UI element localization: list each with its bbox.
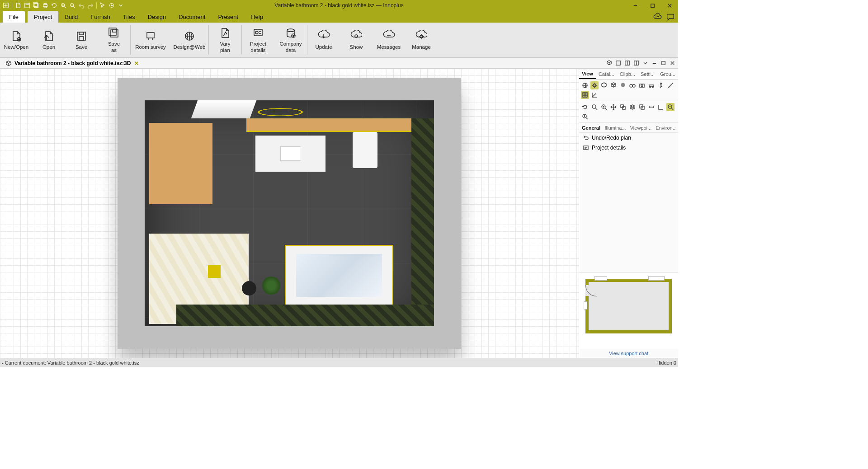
vp-close-icon[interactable] — [668, 59, 676, 67]
rib-label: Open — [42, 44, 55, 50]
act-copy-icon[interactable] — [638, 103, 646, 111]
mode-ruler-icon[interactable] — [666, 81, 675, 89]
subtab-general[interactable]: General — [579, 123, 602, 132]
chat-icon[interactable] — [665, 12, 675, 21]
menu-document[interactable]: Document — [172, 11, 212, 23]
panel-tab-view[interactable]: View — [579, 69, 596, 79]
qa-zoomin-icon[interactable] — [59, 1, 67, 9]
rib-save[interactable]: Save — [65, 23, 98, 57]
vp-box-icon[interactable] — [614, 59, 622, 67]
rib-room-survey[interactable]: Room survey — [131, 23, 170, 57]
mode-binoculars-icon[interactable] — [628, 81, 637, 89]
mirror-ring — [257, 108, 303, 116]
mode-wire-icon[interactable] — [609, 81, 618, 89]
mode-car-icon[interactable] — [647, 81, 656, 89]
separator — [12, 2, 12, 9]
support-chat-link[interactable]: View support chat — [579, 349, 678, 358]
close-button[interactable] — [661, 0, 678, 11]
svg-rect-7 — [44, 7, 46, 8]
minimize-button[interactable] — [627, 0, 644, 11]
mode-walk-icon[interactable] — [657, 81, 665, 89]
qa-undo-icon[interactable] — [77, 1, 85, 9]
wood-cabinet — [149, 123, 212, 204]
qa-redo-icon[interactable] — [86, 1, 94, 9]
rib-update[interactable]: Update — [307, 23, 340, 57]
panel-tab-catalog[interactable]: Catal... — [596, 69, 617, 79]
act-dimension-icon[interactable] — [647, 103, 656, 111]
svg-point-42 — [592, 105, 596, 108]
qa-target-icon[interactable] — [108, 1, 116, 9]
mode-angle-icon[interactable] — [590, 91, 599, 99]
minimap-door — [585, 285, 596, 296]
menu-present[interactable]: Present — [212, 11, 245, 23]
menu-furnish[interactable]: Furnish — [84, 11, 116, 23]
mode-shade-icon[interactable] — [619, 81, 627, 89]
details-icon — [583, 145, 589, 151]
minimap[interactable] — [579, 272, 678, 349]
act-refresh-icon[interactable] — [581, 103, 589, 111]
menu-build[interactable]: Build — [58, 11, 84, 23]
panel-tab-clipboard[interactable]: Clipb... — [617, 69, 638, 79]
qa-saveall-icon[interactable] — [32, 1, 40, 9]
subtab-illumination[interactable]: Illumina... — [602, 123, 627, 132]
cube-icon — [5, 60, 12, 66]
mode-cube-icon[interactable] — [600, 81, 608, 89]
act-zoomfit-icon[interactable] — [600, 103, 608, 111]
act-layers-icon[interactable] — [628, 103, 637, 111]
rib-show[interactable]: Show — [340, 23, 373, 57]
act-zoom-icon[interactable] — [590, 103, 599, 111]
vp-cube-icon[interactable] — [605, 59, 613, 67]
rib-vary-plan[interactable]: Vary plan — [209, 23, 241, 57]
status-bar: - Current document: Variable bathroom 2 … — [0, 358, 678, 367]
menu-help[interactable]: Help — [245, 11, 269, 23]
act-move-icon[interactable] — [609, 103, 618, 111]
vp-grid-icon[interactable] — [632, 59, 640, 67]
mode-grid-icon[interactable] — [581, 91, 589, 99]
mode-camera-icon[interactable] — [638, 81, 646, 89]
qa-dropdown-icon[interactable] — [117, 1, 125, 9]
qa-zoomout-icon[interactable] — [68, 1, 76, 9]
qa-save-icon[interactable] — [23, 1, 31, 9]
menu-tiles[interactable]: Tiles — [117, 11, 142, 23]
menu-project[interactable]: Project — [28, 11, 58, 23]
vp-split-icon[interactable] — [623, 59, 631, 67]
panel-tab-groups[interactable]: Grou... — [657, 69, 678, 79]
rib-design-web[interactable]: Design@Web — [170, 23, 208, 57]
close-tab-icon[interactable]: × — [134, 59, 138, 67]
mode-sun-icon[interactable] — [590, 81, 599, 89]
item-project-details[interactable]: Project details — [579, 143, 678, 153]
subtab-viewpoint[interactable]: Viewpoi... — [627, 123, 653, 132]
document-tab[interactable]: Variable bathroom 2 - black gold white.i… — [2, 58, 142, 68]
viewport-3d[interactable] — [0, 69, 579, 358]
svg-point-41 — [660, 83, 662, 84]
vp-maximize-icon[interactable] — [659, 59, 667, 67]
rib-messages[interactable]: Messages — [373, 23, 405, 57]
vp-minimize-icon[interactable] — [650, 59, 658, 67]
subtab-environment[interactable]: Environ... — [653, 123, 678, 132]
act-measure-icon[interactable] — [657, 103, 665, 111]
act-select-icon[interactable] — [619, 103, 627, 111]
cloud-sync-icon[interactable] — [653, 12, 663, 21]
qa-panel-icon[interactable] — [2, 1, 10, 9]
rib-company-data[interactable]: Company data — [274, 23, 307, 57]
rib-open[interactable]: Open — [33, 23, 65, 57]
rib-new-open[interactable]: New/Open — [0, 23, 33, 57]
rib-project-details[interactable]: Project details — [242, 23, 274, 57]
menu-design[interactable]: Design — [142, 11, 172, 23]
act-find-icon[interactable] — [581, 113, 589, 121]
qa-new-icon[interactable] — [14, 1, 22, 9]
panel-tab-settings[interactable]: Setti... — [638, 69, 657, 79]
item-undo-redo-plan[interactable]: Undo/Redo plan — [579, 133, 678, 143]
vp-dropdown-icon[interactable] — [641, 59, 649, 67]
mode-globe-icon[interactable] — [581, 81, 589, 89]
qa-refresh-icon[interactable] — [50, 1, 58, 9]
qa-cursor-icon[interactable] — [99, 1, 107, 9]
menu-file[interactable]: File — [3, 11, 25, 23]
qa-print-icon[interactable] — [41, 1, 49, 9]
rib-label: Manage — [412, 44, 431, 50]
maximize-button[interactable] — [644, 0, 661, 11]
rib-label: New/Open — [4, 44, 28, 50]
act-highlight-icon[interactable] — [666, 103, 675, 111]
rib-save-as[interactable]: Save as — [98, 23, 130, 57]
rib-manage[interactable]: Manage — [405, 23, 438, 57]
